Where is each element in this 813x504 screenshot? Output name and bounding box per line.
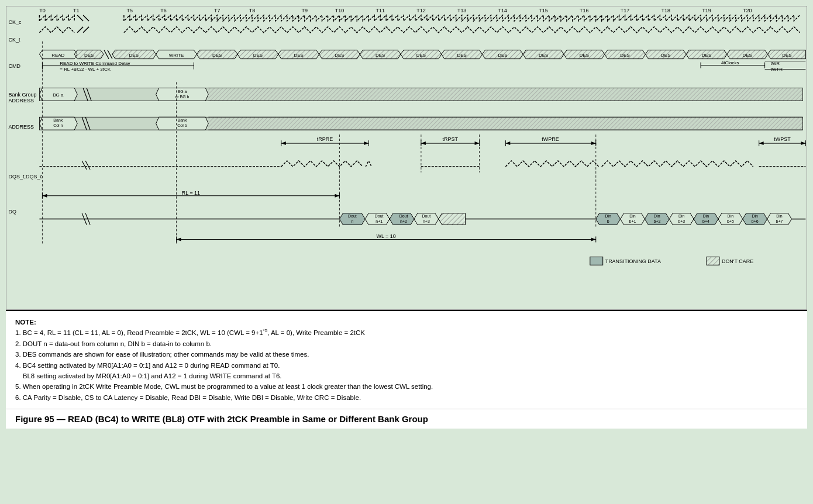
svg-text:DES: DES: [129, 53, 139, 58]
svg-text:n: n: [351, 219, 353, 223]
svg-text:b+2: b+2: [653, 219, 660, 223]
svg-text:b+5: b+5: [727, 219, 734, 223]
svg-text:DES: DES: [661, 53, 670, 58]
svg-text:T17: T17: [621, 8, 629, 13]
svg-text:T8: T8: [249, 8, 255, 13]
svg-text:T13: T13: [457, 8, 466, 13]
note-3: 3. DES commands are shown for ease of il…: [15, 349, 798, 360]
svg-text:DES: DES: [457, 53, 466, 58]
svg-text:Col b: Col b: [177, 123, 187, 127]
svg-text:b+3: b+3: [678, 219, 685, 223]
svg-text:T7: T7: [214, 8, 220, 13]
svg-text:T20: T20: [743, 8, 752, 13]
svg-text:b+1: b+1: [629, 219, 636, 223]
svg-text:T0: T0: [39, 8, 45, 13]
svg-text:T18: T18: [662, 8, 670, 13]
svg-text:T1: T1: [73, 8, 79, 13]
notes-section: NOTE: 1. BC = 4, RL = 11 (CL = 11, AL = …: [6, 310, 807, 409]
note-2: 2. DOUT n = data-out from column n, DIN …: [15, 339, 798, 349]
svg-text:tRPST: tRPST: [443, 136, 459, 142]
svg-text:Bank Group: Bank Group: [9, 92, 37, 98]
svg-text:DES: DES: [580, 53, 589, 58]
svg-text:tRPRE: tRPRE: [317, 136, 333, 142]
svg-text:Dout: Dout: [348, 214, 357, 218]
svg-text:tWPRE: tWPRE: [542, 136, 559, 142]
figure-caption-text: Figure 95 — READ (BC4) to WRITE (BL8) OT…: [15, 414, 428, 424]
note-6: 6. CA Parity = Disable, CS to CA Latency…: [15, 392, 798, 403]
svg-text:WL = 10: WL = 10: [377, 233, 396, 239]
svg-text:DES: DES: [498, 53, 507, 58]
svg-text:DON'T CARE: DON'T CARE: [722, 258, 753, 264]
svg-text:DES: DES: [84, 53, 94, 58]
svg-text:Din: Din: [752, 214, 758, 218]
note-5: 5. When operating in 2tCK Write Preamble…: [15, 381, 798, 392]
note-heading: NOTE:: [15, 319, 36, 326]
svg-text:4tClocks: 4tClocks: [721, 60, 739, 65]
note-1: 1. BC = 4, RL = 11 (CL = 11, AL = 0), Re…: [15, 327, 798, 338]
svg-text:Dout: Dout: [399, 214, 408, 218]
svg-text:CK_c: CK_c: [9, 19, 22, 25]
svg-text:BG a: BG a: [53, 92, 64, 98]
svg-text:DES: DES: [620, 53, 629, 58]
timing-diagram: CK_c CK_t CMD Bank Group ADDRESS ADDRESS…: [6, 6, 807, 310]
svg-text:DES: DES: [335, 53, 344, 58]
svg-text:T15: T15: [539, 8, 547, 13]
svg-rect-198: [590, 257, 603, 265]
svg-text:CK_t: CK_t: [9, 37, 20, 43]
svg-text:Dout: Dout: [375, 214, 384, 218]
svg-text:T5: T5: [127, 8, 133, 13]
svg-text:= RL +BC/2 - WL + 3tCK: = RL +BC/2 - WL + 3tCK: [60, 67, 111, 72]
svg-text:T11: T11: [376, 8, 384, 13]
svg-text:TRANSITIONING DATA: TRANSITIONING DATA: [605, 258, 661, 264]
svg-text:n+1: n+1: [376, 219, 383, 223]
svg-text:DES: DES: [539, 53, 548, 58]
svg-text:DES: DES: [782, 53, 791, 58]
svg-text:b+4: b+4: [702, 219, 709, 223]
svg-text:Dout: Dout: [422, 214, 431, 218]
svg-text:DES: DES: [416, 53, 426, 58]
svg-rect-200: [707, 257, 719, 265]
svg-text:Din: Din: [703, 214, 709, 218]
svg-text:DES: DES: [294, 53, 304, 58]
svg-text:T12: T12: [416, 8, 425, 13]
svg-text:DES: DES: [253, 53, 263, 58]
svg-text:Din: Din: [678, 214, 685, 218]
svg-text:DQS_t,DQS_c: DQS_t,DQS_c: [9, 174, 43, 179]
svg-text:tWPST: tWPST: [774, 136, 791, 142]
figure-caption: Figure 95 — READ (BC4) to WRITE (BL8) OT…: [6, 409, 807, 429]
svg-text:WRITE: WRITE: [169, 53, 184, 58]
svg-text:Bank: Bank: [178, 118, 187, 122]
svg-text:Din: Din: [776, 214, 783, 218]
svg-text:DQ: DQ: [9, 209, 16, 215]
note-4: 4. BC4 setting activated by MR0[A1:A0 = …: [15, 360, 798, 371]
svg-text:CMD: CMD: [9, 63, 21, 69]
svg-text:T16: T16: [580, 8, 588, 13]
svg-text:b+7: b+7: [776, 219, 783, 223]
svg-text:b: b: [607, 219, 609, 223]
svg-text:T10: T10: [335, 8, 344, 13]
svg-text:T19: T19: [702, 8, 711, 13]
svg-text:T14: T14: [498, 8, 507, 13]
svg-text:T9: T9: [301, 8, 307, 13]
svg-text:DES: DES: [743, 53, 752, 58]
svg-text:ADDRESS: ADDRESS: [9, 98, 34, 103]
svg-text:b+6: b+6: [752, 219, 759, 223]
svg-text:READ: READ: [51, 53, 64, 58]
svg-text:READ to WRITE Command Delay: READ to WRITE Command Delay: [60, 61, 130, 66]
svg-text:Din: Din: [605, 214, 611, 218]
svg-text:Din: Din: [654, 214, 660, 218]
note-4b: BL8 setting activated by MR0[A1:A0 = 0:1…: [15, 371, 798, 381]
svg-text:n+2: n+2: [400, 219, 407, 223]
svg-text:DES: DES: [702, 53, 711, 58]
svg-rect-94: [208, 88, 802, 101]
svg-marker-159: [439, 213, 466, 225]
svg-text:tWTR: tWTR: [771, 67, 783, 72]
svg-text:Bank: Bank: [53, 118, 63, 122]
svg-text:Din: Din: [728, 214, 734, 218]
svg-text:ADDRESS: ADDRESS: [9, 124, 34, 130]
svg-text:DES: DES: [376, 53, 385, 58]
svg-text:RL = 11: RL = 11: [182, 190, 200, 196]
svg-text:n+3: n+3: [423, 219, 430, 223]
svg-text:DES: DES: [212, 53, 222, 58]
svg-text:T6: T6: [160, 8, 166, 13]
